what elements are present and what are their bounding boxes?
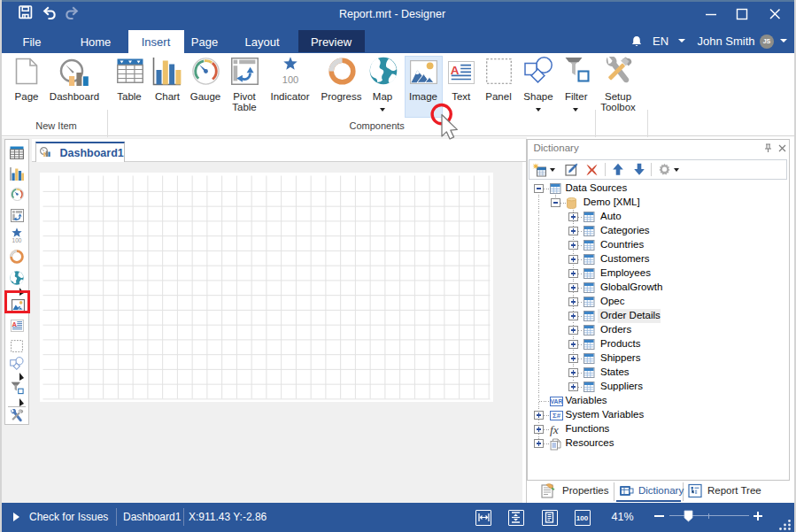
svg-text:VAR: VAR <box>551 398 563 405</box>
svg-text:A: A <box>451 64 460 77</box>
svg-text:Σ#: Σ# <box>553 412 561 420</box>
